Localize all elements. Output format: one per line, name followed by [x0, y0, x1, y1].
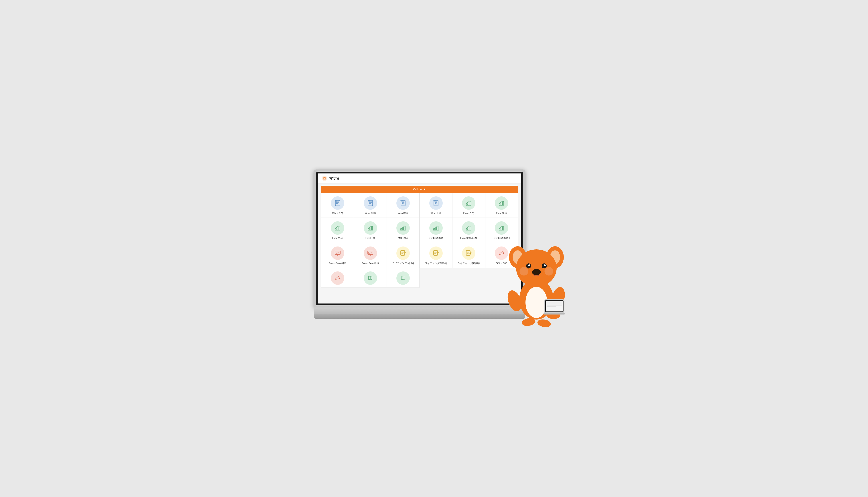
content-area[interactable]: Office ∧	[318, 184, 521, 303]
course-excel-intermediate[interactable]: Excel中級	[321, 218, 354, 243]
svg-rect-46	[435, 227, 436, 230]
svg-point-99	[545, 267, 553, 275]
svg-point-97	[532, 269, 540, 275]
partial-cloud[interactable]	[321, 268, 354, 288]
writing-prac-label: ライティング実践編	[458, 261, 480, 265]
chart-bar-icon5	[400, 225, 407, 231]
scene: マナe Office ∧	[301, 165, 567, 332]
excel-intro-label: Excel入門	[463, 212, 474, 215]
section-header[interactable]: Office ∧	[321, 186, 518, 193]
course-word-intro[interactable]: Word入門	[321, 193, 354, 218]
course-excel-beginner[interactable]: Excel初級	[485, 193, 518, 218]
writing-intro-icon-bg	[396, 246, 410, 260]
course-excel-intro[interactable]: Excel入門	[452, 193, 485, 218]
partial-book1[interactable]	[354, 268, 387, 288]
logo-area: マナe	[321, 175, 339, 182]
svg-rect-54	[501, 227, 502, 230]
course-excel-practical1[interactable]: Excel実務基礎Ⅰ	[420, 218, 452, 243]
mascot	[505, 239, 567, 332]
svg-rect-49	[466, 228, 467, 230]
course-word-beginner[interactable]: Word 初級	[354, 193, 387, 218]
mascot-svg	[505, 239, 567, 332]
svg-rect-42	[402, 227, 404, 230]
svg-rect-38	[370, 227, 371, 230]
laptop-bottom	[314, 308, 525, 318]
writing-intro-label: ライティング入門編	[392, 261, 414, 265]
svg-rect-27	[470, 201, 471, 205]
svg-rect-35	[339, 226, 340, 230]
writing-icon3	[465, 250, 472, 257]
svg-point-0	[322, 176, 327, 181]
laptop-screen: マナe Office ∧	[318, 173, 521, 303]
svg-rect-29	[499, 203, 500, 205]
svg-rect-60	[336, 252, 337, 254]
course-word-intermediate[interactable]: Word中級	[387, 193, 420, 218]
ppt-int-icon-bg	[364, 246, 377, 260]
svg-rect-11	[368, 200, 370, 201]
svg-rect-53	[499, 228, 500, 230]
svg-rect-43	[404, 226, 405, 230]
svg-rect-47	[437, 226, 438, 230]
word-intro-label: Word入門	[332, 212, 343, 215]
svg-rect-69	[401, 251, 405, 255]
course-excel-advanced[interactable]: Excel上級	[354, 218, 387, 243]
svg-rect-34	[337, 227, 338, 230]
book-icon2	[400, 274, 407, 282]
svg-rect-31	[503, 201, 504, 205]
writing-icon2	[432, 250, 439, 257]
laptop-bezel: マナe Office ∧	[316, 172, 523, 305]
ppt-beg-label: PowerPoint初級	[329, 261, 346, 265]
laptop: マナe Office ∧	[314, 169, 525, 321]
svg-rect-39	[372, 226, 373, 230]
book-icon	[367, 274, 374, 282]
course-excel-practical2[interactable]: Excel実務基礎Ⅱ	[452, 218, 485, 243]
course-ppt-intermediate[interactable]: PowerPoint中級	[354, 243, 387, 268]
logo-text: マナe	[329, 176, 339, 181]
excel-beg-icon-bg	[495, 196, 508, 210]
svg-rect-111	[544, 313, 565, 314]
course-ppt-beginner[interactable]: PowerPoint初級	[321, 243, 354, 268]
word-int-label: Word中級	[398, 212, 408, 215]
chart-bar-icon	[465, 199, 472, 207]
svg-rect-107	[547, 306, 556, 307]
svg-rect-33	[335, 228, 336, 230]
excel-adv-label: Excel上級	[365, 237, 376, 240]
course-writing-basic[interactable]: ライティング基礎編	[420, 243, 452, 268]
ppt-int-label: PowerPoint中級	[362, 261, 379, 265]
svg-line-73	[405, 252, 405, 253]
partial-book2[interactable]	[387, 268, 420, 288]
word-intro-icon-bg	[331, 196, 344, 210]
svg-rect-55	[503, 226, 504, 230]
cloud-icon	[498, 250, 505, 257]
chart-bar-icon4	[367, 225, 374, 231]
course-writing-intro[interactable]: ライティング入門編	[387, 243, 420, 268]
laptop-foot	[314, 314, 525, 318]
svg-rect-23	[434, 200, 435, 201]
svg-rect-79	[466, 251, 470, 255]
section-title: Office	[413, 187, 422, 191]
svg-rect-51	[470, 226, 471, 230]
svg-rect-30	[501, 202, 502, 205]
excel-p3-icon-bg	[495, 221, 508, 235]
svg-point-95	[529, 264, 530, 266]
chart-bar-icon3	[334, 225, 341, 231]
excel-intro-icon-bg	[462, 196, 475, 210]
chart-bar-icon2	[498, 199, 505, 207]
word-beginner-icon-bg	[364, 196, 377, 210]
course-grid-row2: Excel中級	[318, 218, 521, 243]
excel-int-icon-bg	[331, 221, 344, 235]
writing-basic-label: ライティング基礎編	[425, 261, 447, 265]
svg-rect-41	[401, 228, 402, 230]
course-mos[interactable]: MOS対策	[387, 218, 420, 243]
course-word-advanced[interactable]: Word上級	[420, 193, 452, 218]
svg-point-96	[544, 264, 546, 266]
mos-icon-bg	[396, 221, 410, 235]
course-writing-practical[interactable]: ライティング実践編	[452, 243, 485, 268]
svg-rect-5	[335, 200, 337, 201]
svg-rect-66	[368, 252, 370, 254]
svg-line-83	[471, 252, 471, 253]
partial-book1-icon-bg	[364, 271, 377, 285]
ppt-beg-icon-bg	[331, 246, 344, 260]
document-list-icon2	[367, 199, 374, 207]
excel-p2-icon-bg	[462, 221, 475, 235]
